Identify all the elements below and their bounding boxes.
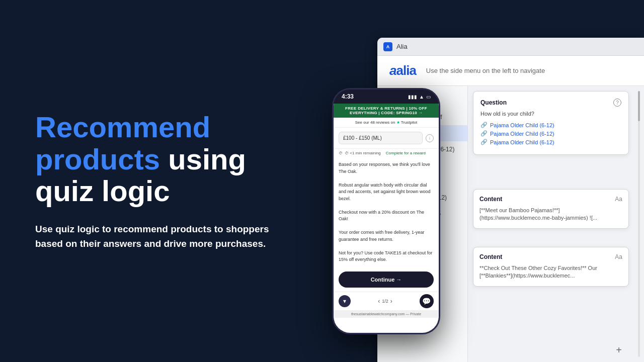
alia-header: aalia Use the side menu on the left to n…: [377, 56, 644, 86]
content-card-2-text: **Check Out These Other Cozy Favorites!*…: [479, 264, 622, 280]
battery-icon: ▭: [426, 94, 431, 100]
alia-titlebar-text: Alia: [396, 43, 408, 50]
headline-line2: products using: [35, 143, 297, 175]
link-icon-3: 🔗: [480, 139, 488, 145]
phone-time: 4:33: [342, 93, 354, 100]
signal-icon: ▮▮▮: [408, 94, 417, 100]
subtext: Use quiz logic to recommend products to …: [35, 222, 297, 251]
phone-continue-button[interactable]: Continue →: [339, 272, 434, 288]
phone-info-icon[interactable]: i: [426, 134, 434, 142]
phone-reward-text: Complete for a reward: [386, 151, 426, 155]
product-link-3[interactable]: 🔗 Pajama Older Child (6-12): [480, 139, 621, 145]
alia-logo-big: aalia: [389, 63, 416, 78]
content-card-2-title: Content: [479, 253, 502, 260]
phone-notch-area: 4:33 ▮▮▮ ▲ ▭: [334, 89, 439, 104]
pagination: ‹ 1/2 ›: [378, 298, 392, 305]
timer-icon: ⏱: [339, 151, 343, 155]
phone-content: FREE DELIVERY & RETURNS | 10% OFF EVERYT…: [334, 104, 439, 333]
phone-price-input[interactable]: £100 - £150 (ML): [339, 132, 423, 144]
left-section: Recommend products using quiz logic Use …: [0, 0, 332, 362]
trustpilot-stars: ★: [396, 120, 400, 125]
alia-titlebar: A Alia: [377, 38, 644, 56]
alia-logo-small: A: [383, 42, 392, 51]
phone-body-text: Based on your responses, we think you'll…: [334, 157, 439, 267]
phone-bottom-bar: ▾ ‹ 1/2 › 💬: [334, 292, 439, 310]
right-section: A Alia aalia Use the side menu on the le…: [332, 0, 644, 362]
scroll-indicator: [638, 91, 640, 357]
question-text: How old is your child?: [480, 111, 621, 117]
phone-timer: ⏱ ⏱ <1 min remaining Complete for a rewa…: [334, 149, 439, 157]
phone-mockup: 4:33 ▮▮▮ ▲ ▭ FREE DELIVERY & RETURNS | 1…: [332, 88, 440, 334]
next-page-button[interactable]: ›: [390, 298, 392, 305]
page-number: 1/2: [382, 299, 388, 304]
add-button[interactable]: +: [613, 344, 625, 356]
card-header: Question ?: [480, 99, 621, 107]
content-card-2: Content Aa **Check Out These Other Cozy …: [473, 247, 629, 287]
link-icon-1: 🔗: [480, 122, 488, 128]
help-icon[interactable]: ?: [613, 99, 621, 107]
content-card-1-text: [**Meet our Bamboo Pajamas!**](https://w…: [479, 207, 622, 222]
link-icon-2: 🔗: [480, 130, 488, 137]
content-card-1: Content Aa [**Meet our Bamboo Pajamas!**…: [473, 189, 629, 229]
scroll-thumb: [638, 91, 640, 121]
phone-trustpilot: See our 48 reviews on ★ Trustpilot: [334, 118, 439, 128]
tracks-main: Question ? How old is your child? 🔗 Paja…: [468, 86, 644, 362]
phone-status-icons: ▮▮▮ ▲ ▭: [408, 94, 431, 100]
chat-button[interactable]: 💬: [420, 294, 434, 308]
down-chevron-icon[interactable]: ▾: [339, 295, 351, 307]
alia-nav-hint: Use the side menu on the left to navigat…: [426, 67, 545, 74]
content-card-1-title: Content: [479, 196, 502, 203]
text-format-icon-2[interactable]: Aa: [615, 253, 622, 260]
phone-promo-banner[interactable]: FREE DELIVERY & RETURNS | 10% OFF EVERYT…: [334, 104, 439, 118]
content-card-1-header: Content Aa: [479, 196, 622, 203]
product-link-2[interactable]: 🔗 Pajama Older Child (6-12): [480, 130, 621, 137]
prev-page-button[interactable]: ‹: [378, 298, 380, 305]
text-format-icon-1[interactable]: Aa: [615, 196, 622, 203]
question-card: Question ? How old is your child? 🔗 Paja…: [473, 91, 629, 155]
question-card-title: Question: [480, 99, 507, 106]
product-link-1[interactable]: 🔗 Pajama Older Child (6-12): [480, 122, 621, 128]
headline-line1: Recommend: [35, 111, 297, 143]
headline-line3: quiz logic: [35, 175, 297, 207]
headline: Recommend products using quiz logic: [35, 111, 297, 207]
wifi-icon: ▲: [419, 94, 424, 100]
phone-input-row: £100 - £150 (ML) i: [334, 128, 439, 149]
content-card-2-header: Content Aa: [479, 253, 622, 260]
phone-url-bar: thesustainablewatchcompany.com — Private: [334, 310, 439, 318]
